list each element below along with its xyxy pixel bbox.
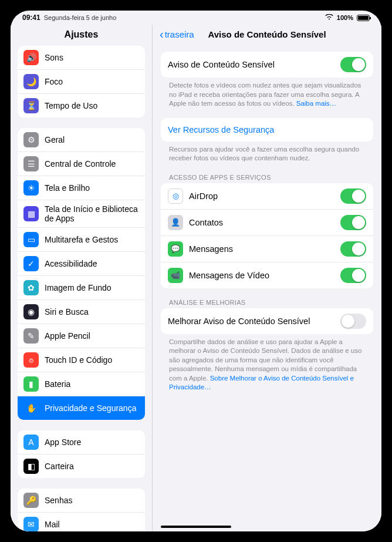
sidebar-item-label: Mail	[45, 520, 139, 529]
apps-section-header: Acesso de Apps e Serviços	[161, 163, 373, 183]
toggle-switch[interactable]	[340, 268, 366, 283]
sidebar-item-label: Acessibilidade	[45, 259, 139, 268]
sidebar-item-icon: ◉	[23, 304, 39, 319]
sidebar-item-icon: 🌙	[23, 74, 39, 89]
toggle-switch[interactable]	[340, 314, 366, 329]
sidebar-item-icon: ✋	[23, 400, 39, 416]
toggle-switch[interactable]	[340, 188, 366, 204]
app-access-row[interactable]: 📹Mensagens de Vídeo	[161, 262, 373, 288]
row-label: Aviso de Conteúdo Sensível	[168, 60, 275, 69]
sidebar-item-label: Geral	[45, 135, 139, 144]
sidebar-item[interactable]: 🔊Sons	[18, 46, 145, 70]
chevron-left-icon: ‹	[160, 28, 164, 40]
sidebar-item[interactable]: ◉Siri e Busca	[18, 300, 145, 324]
sidebar-item[interactable]: ✉︎Mail	[18, 513, 145, 531]
resources-footer-text: Recursos para ajudar você a fazer uma es…	[161, 142, 373, 163]
app-label: AirDrop	[189, 191, 218, 201]
sidebar-item-icon: ⌾	[23, 352, 39, 368]
sidebar-item-label: Tela de Início e Biblioteca de Apps	[45, 204, 139, 223]
sidebar-item-icon: ☰	[23, 156, 39, 171]
improve-warning-toggle-row[interactable]: Melhorar Aviso de Conteúdo Sensível	[161, 308, 373, 334]
sidebar-item[interactable]: ✓Acessibilidade	[18, 252, 145, 276]
sidebar-item-icon: ⏳	[23, 98, 39, 113]
sidebar-item-label: Carteira	[45, 462, 139, 471]
sidebar-item[interactable]: ✋Privacidade e Segurança	[18, 396, 145, 420]
battery-percent: 100%	[337, 14, 353, 21]
status-bar: 09:41 Segunda-feira 5 de junho 100%	[11, 11, 381, 25]
analysis-footer-text: Compartilhe dados de análise e uso para …	[161, 334, 373, 392]
sidebar-title: Ajustes	[11, 25, 152, 46]
sidebar-item[interactable]: ✿Imagem de Fundo	[18, 276, 145, 300]
settings-sidebar: Ajustes 🔊Sons🌙Foco⏳Tempo de Uso⚙︎Geral☰C…	[11, 25, 153, 531]
sidebar-item-label: Imagem de Fundo	[45, 283, 139, 292]
sidebar-item-icon: ✓	[23, 256, 39, 271]
sidebar-item-icon: ✎	[23, 328, 39, 344]
battery-icon	[357, 15, 370, 21]
sidebar-item[interactable]: AApp Store	[18, 430, 145, 455]
sidebar-item-icon: ✿	[23, 280, 39, 295]
sidebar-item-icon: ✉︎	[23, 517, 39, 531]
learn-more-link[interactable]: Saiba mais…	[296, 100, 336, 107]
sidebar-item[interactable]: ▦Tela de Início e Biblioteca de Apps	[18, 200, 145, 228]
sidebar-item-icon: A	[23, 435, 39, 450]
sidebar-item-label: Tela e Brilho	[45, 183, 139, 193]
app-access-row[interactable]: 👤Contatos	[161, 210, 373, 236]
sidebar-item-label: Foco	[45, 77, 139, 86]
sidebar-item-icon: ⚙︎	[23, 132, 39, 147]
wifi-icon	[325, 14, 333, 22]
sidebar-item-icon: ▮	[23, 376, 39, 392]
sidebar-item[interactable]: 🌙Foco	[18, 70, 145, 94]
app-label: Mensagens	[189, 244, 233, 254]
view-safety-resources-link[interactable]: Ver Recursos de Segurança	[161, 118, 373, 142]
app-icon: ◎	[168, 188, 183, 204]
sidebar-item-icon: 🔑	[23, 493, 39, 508]
sidebar-item[interactable]: ⚙︎Geral	[18, 128, 145, 152]
home-indicator[interactable]	[161, 526, 231, 528]
sidebar-item[interactable]: 🔑Senhas	[18, 489, 145, 513]
detail-pane: ‹ traseira Aviso de Conteúdo Sensível Av…	[153, 25, 381, 531]
sidebar-item-icon: ☀︎	[23, 180, 39, 196]
sidebar-item-label: Sons	[45, 53, 139, 62]
status-time: 09:41	[22, 14, 40, 22]
app-access-row[interactable]: 💬Mensagens	[161, 236, 373, 262]
sidebar-item-label: Bateria	[45, 379, 139, 389]
sidebar-item[interactable]: ☰Central de Controle	[18, 152, 145, 176]
sidebar-item-label: Siri e Busca	[45, 307, 139, 317]
toggle-switch[interactable]	[340, 57, 366, 72]
sidebar-item-label: Touch ID e Código	[45, 355, 139, 365]
sidebar-item[interactable]: ⏳Tempo de Uso	[18, 94, 145, 117]
row-label: Melhorar Aviso de Conteúdo Sensível	[168, 317, 310, 326]
sidebar-item-label: Privacidade e Segurança	[45, 403, 139, 413]
sidebar-item-label: Central de Controle	[45, 159, 139, 169]
status-date: Segunda-feira 5 de junho	[44, 14, 117, 21]
app-access-row[interactable]: ◎AirDrop	[161, 183, 373, 210]
main-footer-text: Detecte fotos e vídeos com nudez antes q…	[161, 78, 373, 109]
app-icon: 👤	[168, 215, 183, 230]
sidebar-item[interactable]: ✎Apple Pencil	[18, 324, 145, 348]
toggle-switch[interactable]	[340, 215, 366, 230]
sidebar-item-label: Senhas	[45, 496, 139, 505]
sidebar-item-icon: ◧	[23, 459, 39, 474]
sidebar-item[interactable]: ☀︎Tela e Brilho	[18, 176, 145, 200]
sidebar-item-icon: ▭	[23, 232, 39, 247]
sensitive-content-warning-toggle-row[interactable]: Aviso de Conteúdo Sensível	[161, 52, 373, 78]
app-icon: 💬	[168, 241, 183, 257]
toggle-switch[interactable]	[340, 241, 366, 257]
sidebar-item[interactable]: ◧Carteira	[18, 455, 145, 478]
sidebar-item[interactable]: ▭Multitarefa e Gestos	[18, 228, 145, 252]
sidebar-item-label: Tempo de Uso	[45, 101, 139, 110]
app-label: Contatos	[189, 218, 223, 227]
app-label: Mensagens de Vídeo	[189, 271, 269, 280]
back-button[interactable]: ‹ traseira	[160, 28, 194, 40]
sidebar-item-label: Multitarefa e Gestos	[45, 235, 139, 244]
sidebar-item-label: Apple Pencil	[45, 331, 139, 341]
sidebar-item[interactable]: ⌾Touch ID e Código	[18, 348, 145, 372]
sidebar-item-icon: ▦	[23, 206, 39, 221]
sidebar-item-label: App Store	[45, 437, 139, 447]
sidebar-item-icon: 🔊	[23, 50, 39, 65]
sidebar-item[interactable]: ▮Bateria	[18, 372, 145, 396]
analysis-section-header: Análise e Melhorias	[161, 288, 373, 308]
back-label: traseira	[165, 29, 194, 39]
app-icon: 📹	[168, 268, 183, 283]
